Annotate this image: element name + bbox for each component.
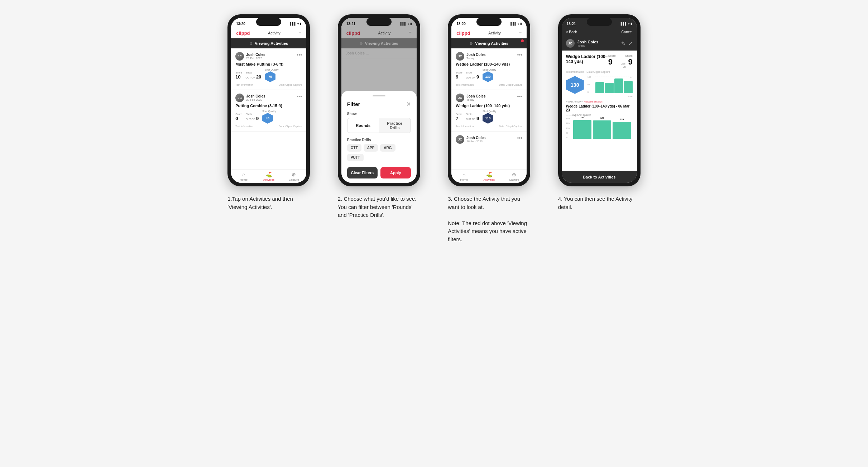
quality-block-1-2: Shot Quality 45 — [262, 110, 276, 124]
tab-activities-3[interactable]: ⛳ Activities — [476, 170, 502, 183]
page-container: 13:20 ▌▌▌ ▿ ▮ clippd Activity ≡ — [219, 14, 649, 243]
detail-score-total-4: 9 — [628, 57, 633, 67]
user-meta-1-2: Josh Coles 28 Feb 2023 — [246, 94, 265, 101]
toggle-practice-2[interactable]: Practice Drills — [379, 118, 411, 133]
more-dots-3-2[interactable]: ••• — [517, 94, 523, 99]
status-time-3: 13:20 — [456, 22, 466, 26]
avatar-inner-3-3: JC — [456, 135, 464, 144]
activity-card-1-1[interactable]: JC Josh Coles 28 Feb 2023 ••• Must Make … — [231, 48, 306, 90]
avatar-1-2: JC — [235, 94, 244, 102]
detail-score-num-4: 9 — [608, 57, 613, 67]
chart-bar-1-4 — [595, 82, 604, 93]
chart-bar-4-4 — [624, 81, 633, 93]
more-dots-1-2[interactable]: ••• — [297, 94, 302, 99]
user-info-1-1: JC Josh Coles 28 Feb 2023 — [235, 52, 265, 61]
menu-icon-3[interactable]: ≡ — [519, 30, 522, 36]
cancel-button-4[interactable]: Cancel — [622, 30, 633, 34]
card-header-3-2: JC Josh Coles Today ••• — [456, 94, 522, 102]
modal-close-2[interactable]: ✕ — [406, 101, 411, 108]
quality-block-3-2: Shot Quality 118 — [483, 110, 496, 124]
shots-value-3-2: OUT OF 9 — [466, 116, 479, 121]
stats-row-3-1: Score 9 Shots OUT OF 9 — [456, 68, 522, 82]
back-button-4[interactable]: < Back — [566, 30, 577, 34]
sub-bar-label-3-4: 124 — [620, 118, 624, 120]
home-icon-3: ⌂ — [462, 172, 465, 177]
avatar-3-2: JC — [456, 94, 464, 102]
more-dots-3-3[interactable]: ••• — [517, 135, 523, 141]
battery-icon-1: ▮ — [300, 22, 301, 25]
user-name-1-2: Josh Coles — [246, 94, 265, 98]
red-dot-3 — [521, 39, 524, 42]
data-capture-1-1: Data: Clippd Capture — [279, 84, 302, 86]
modal-header-2: Filter ✕ — [347, 101, 411, 108]
score-label-1-1: Score — [235, 71, 242, 74]
activity-card-3-1[interactable]: JC Josh Coles Today ••• Wedge Ladder (10… — [451, 48, 527, 90]
menu-icon-1[interactable]: ≡ — [298, 30, 301, 36]
banner-text-1: Viewing Activities — [255, 41, 288, 46]
user-date-3-3: 28 Feb 2023 — [466, 140, 485, 143]
detail-nav-4: < Back Cancel — [562, 28, 637, 36]
data-capture-3-1: Data: Clippd Capture — [499, 84, 522, 86]
viewing-banner-3[interactable]: ⚙ Viewing Activities — [451, 38, 527, 48]
status-icons-4: ▌▌▌ ▿ ▮ — [621, 22, 632, 25]
detail-user-info-4: JC Josh Coles Today — [566, 39, 599, 48]
card-footer-1-1: Test Information Data: Clippd Capture — [235, 84, 302, 86]
clear-filters-button-2[interactable]: Clear Filters — [347, 167, 378, 178]
status-time-1: 13:20 — [236, 22, 245, 26]
tab-capture-label-3: Capture — [509, 178, 519, 181]
avatar-inner-4: JC — [566, 39, 575, 48]
more-dots-3-1[interactable]: ••• — [517, 52, 523, 58]
drill-tag-arg-2[interactable]: ARG — [380, 144, 395, 152]
caption-1: 1.Tap on Activities and then 'Viewing Ac… — [227, 195, 310, 211]
tab-activities-1[interactable]: ⛳ Activities — [256, 170, 281, 183]
wifi-icon-1: ▿ — [297, 22, 299, 25]
status-icons-3: ▌▌▌ ▿ ▮ — [510, 22, 522, 25]
phone-3: 13:20 ▌▌▌ ▿ ▮ clippd Activity ≡ — [448, 14, 530, 186]
shots-block-1-2: Shots OUT OF 9 — [246, 113, 259, 121]
sub-bar-label-1-4: 132 — [580, 116, 584, 119]
detail-actions-4: ✎ ⤢ — [621, 40, 633, 46]
score-value-3-2: 7 — [456, 116, 462, 121]
avatar-1-1: JC — [235, 52, 244, 61]
drill-tag-app-2[interactable]: APP — [364, 144, 378, 152]
modal-actions-2: Clear Filters Apply — [347, 167, 411, 178]
activity-card-3-3[interactable]: JC Josh Coles 28 Feb 2023 ••• — [451, 132, 527, 149]
step-4-column: 13:21 ▌▌▌ ▿ ▮ < Back Cancel JC — [550, 14, 649, 211]
tab-home-3[interactable]: ⌂ Home — [451, 170, 476, 183]
activities-icon-1: ⛳ — [266, 172, 272, 177]
user-info-3-3: JC Josh Coles 28 Feb 2023 — [456, 135, 485, 144]
viewing-banner-1[interactable]: ⚙ Viewing Activities — [231, 38, 306, 48]
apply-button-2[interactable]: Apply — [380, 167, 411, 178]
banner-text-3: Viewing Activities — [475, 41, 508, 46]
tab-home-1[interactable]: ⌂ Home — [231, 170, 256, 183]
quality-label-1-2: Shot Quality — [262, 110, 276, 113]
tab-capture-1[interactable]: ⊕ Capture — [281, 170, 306, 183]
toggle-rounds-2[interactable]: Rounds — [347, 118, 379, 133]
user-name-3-3: Josh Coles — [466, 136, 485, 140]
user-name-3-1: Josh Coles — [466, 53, 485, 57]
cards-container-3: JC Josh Coles Today ••• Wedge Ladder (10… — [451, 48, 527, 169]
status-icons-1: ▌▌▌ ▿ ▮ — [290, 22, 301, 25]
more-dots-1-1[interactable]: ••• — [297, 52, 302, 58]
user-info-3-1: JC Josh Coles Today — [456, 52, 485, 61]
drill-tag-ott-2[interactable]: OTT — [347, 144, 361, 152]
phone-2: 13:21 ▌▌▌ ▿ ▮ clippd Activity ≡ — [338, 14, 420, 186]
step-2-column: 13:21 ▌▌▌ ▿ ▮ clippd Activity ≡ — [329, 14, 429, 219]
chart-area-4: 100 50 0 130 APP — [588, 76, 633, 97]
detail-user-meta-4: Josh Coles Today — [577, 40, 599, 47]
back-to-activities-button-4[interactable]: Back to Activities — [562, 171, 637, 183]
sub-bar-label-4: — — Avg Shot Quality — [566, 114, 633, 116]
tab-capture-3[interactable]: ⊕ Capture — [502, 170, 527, 183]
user-name-1-1: Josh Coles — [246, 53, 265, 57]
activity-card-3-2[interactable]: JC Josh Coles Today ••• Wedge Ladder (10… — [451, 90, 527, 132]
data-capture-3-2: Data: Clippd Capture — [499, 125, 522, 128]
edit-icon-4[interactable]: ✎ — [621, 40, 625, 46]
caption-4: 4. You can then see the Activity detail. — [558, 195, 641, 211]
notch-2 — [366, 18, 392, 26]
modal-handle-2 — [373, 95, 385, 96]
user-info-1-2: JC Josh Coles 28 Feb 2023 — [235, 94, 265, 102]
drill-tag-putt-2[interactable]: PUTT — [347, 154, 364, 161]
activity-card-1-2[interactable]: JC Josh Coles 28 Feb 2023 ••• Putting Co… — [231, 90, 306, 132]
share-icon-4[interactable]: ⤢ — [628, 40, 633, 46]
chart-labels-y-4: 100 50 0 — [588, 76, 595, 93]
